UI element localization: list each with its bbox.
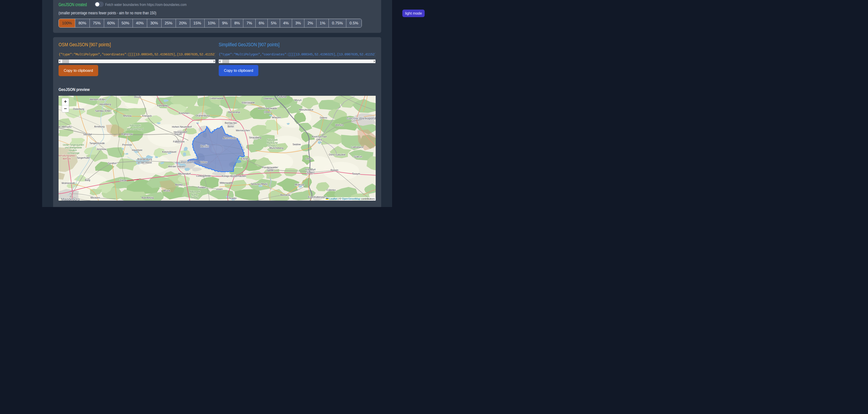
svg-text:Nuthe-: Nuthe- xyxy=(191,193,198,196)
svg-text:Erkner: Erkner xyxy=(241,157,249,160)
svg-text:Bernau bei: Bernau bei xyxy=(225,121,237,124)
svg-text:Möckern: Möckern xyxy=(90,196,100,199)
svg-text:Dębno: Dębno xyxy=(320,116,327,119)
svg-text:Cedynia: Cedynia xyxy=(277,96,287,98)
svg-text:Naturpark: Naturpark xyxy=(130,124,141,127)
svg-text:Oderberg: Oderberg xyxy=(264,97,274,100)
svg-text:ark (Altmark): ark (Altmark) xyxy=(59,125,71,128)
svg-text:Kostrzyn nad: Kostrzyn nad xyxy=(312,135,327,138)
svg-text:Teltow: Teltow xyxy=(200,161,207,164)
svg-text:Lebus: Lebus xyxy=(306,157,313,160)
svg-text:Rzepin: Rzepin xyxy=(331,169,338,172)
svg-text:Brück: Brück xyxy=(163,189,170,192)
svg-text:Seelow: Seelow xyxy=(292,143,301,146)
svg-text:Königs Wusterhausen: Königs Wusterhausen xyxy=(222,175,246,177)
svg-text:Ketzin/Havel: Ketzin/Havel xyxy=(162,150,176,153)
svg-text:Tangermünde: Tangermünde xyxy=(89,142,104,145)
svg-text:Ośno Lubuskie: Ośno Lubuskie xyxy=(329,153,345,156)
svg-text:Moryń: Moryń xyxy=(294,99,302,101)
svg-text:Storkow (Mark): Storkow (Mark) xyxy=(251,183,268,185)
svg-text:Liebenwalde: Liebenwalde xyxy=(210,97,224,100)
svg-text:Werneuchen: Werneuchen xyxy=(236,129,250,132)
svg-text:Ludwigsfelde: Ludwigsfelde xyxy=(196,174,211,177)
svg-text:Kremmen: Kremmen xyxy=(179,112,190,114)
svg-text:Uchte-Tangerquellen: Uchte-Tangerquellen xyxy=(63,144,84,146)
svg-text:Cybinka: Cybinka xyxy=(327,188,336,191)
svg-text:Lubniewice: Lubniewice xyxy=(351,146,363,148)
svg-text:Brandenburg: Brandenburg xyxy=(137,158,152,160)
svg-text:Biesenthal: Biesenthal xyxy=(228,111,240,114)
svg-text:Oranienburg: Oranienburg xyxy=(195,114,209,117)
svg-text:Bad Freienwalde: Bad Freienwalde xyxy=(258,107,277,110)
svg-text:Sandau (Elbe): Sandau (Elbe) xyxy=(95,110,111,112)
svg-text:Wolmirstedt: Wolmirstedt xyxy=(62,182,75,184)
svg-text:Odrą: Odrą xyxy=(316,138,322,141)
svg-text:Westhavelland: Westhavelland xyxy=(127,128,144,130)
svg-text:und Waldgebiete: und Waldgebiete xyxy=(65,146,82,149)
svg-text:Rhinow: Rhinow xyxy=(123,114,132,117)
svg-text:Sulęcin: Sulęcin xyxy=(354,155,362,158)
svg-text:Stendal: Stendal xyxy=(83,133,92,136)
svg-text:Mieszkowice: Mieszkowice xyxy=(299,108,313,111)
svg-text:Naturpark: Naturpark xyxy=(267,138,278,141)
svg-text:Märkische: Märkische xyxy=(267,141,278,144)
svg-text:Eberswalde: Eberswalde xyxy=(242,101,255,104)
svg-text:Nieplitz: Nieplitz xyxy=(191,196,199,199)
svg-text:Ahrensfelde: Ahrensfelde xyxy=(223,137,237,139)
svg-text:Spree: Spree xyxy=(267,169,273,172)
svg-text:Jerichow: Jerichow xyxy=(96,148,106,150)
svg-text:Wriezen: Wriezen xyxy=(272,116,281,119)
svg-text:Burg: Burg xyxy=(85,179,90,181)
svg-text:Werder (Havel): Werder (Havel) xyxy=(168,165,185,168)
svg-text:(Oder): (Oder) xyxy=(307,171,314,174)
svg-text:Nauen: Nauen xyxy=(175,133,182,136)
svg-text:Tangerhütte: Tangerhütte xyxy=(76,156,90,159)
svg-text:Ziesar: Ziesar xyxy=(120,179,127,182)
svg-text:Osterburg: Osterburg xyxy=(73,108,84,110)
svg-text:Dosse: Dosse xyxy=(134,96,141,98)
svg-text:Havelberg: Havelberg xyxy=(99,103,111,106)
svg-text:Friesack: Friesack xyxy=(142,114,152,117)
svg-text:Torzym: Torzym xyxy=(352,172,360,175)
svg-text:Beeskow: Beeskow xyxy=(280,194,291,196)
svg-text:(Oder): (Oder) xyxy=(264,111,271,113)
svg-text:Michendorf: Michendorf xyxy=(178,172,191,175)
svg-text:Falkensee: Falkensee xyxy=(173,140,185,143)
svg-text:Trebbin: Trebbin xyxy=(198,186,206,189)
svg-text:Mittenwalde: Mittenwalde xyxy=(220,181,233,184)
svg-text:Hohen Neuendorf: Hohen Neuendorf xyxy=(172,125,192,128)
svg-text:Müllrose: Müllrose xyxy=(295,183,304,186)
svg-text:ussen: ussen xyxy=(216,188,223,190)
svg-text:Potsdam: Potsdam xyxy=(181,160,194,164)
svg-text:an der Havel: an der Havel xyxy=(137,161,152,164)
svg-text:Arneburg: Arneburg xyxy=(94,125,104,128)
svg-text:Rathenow: Rathenow xyxy=(121,133,133,136)
svg-text:Magdeburg: Magdeburg xyxy=(61,198,80,201)
svg-text:Naturpark: Naturpark xyxy=(190,190,200,193)
svg-text:Genthin: Genthin xyxy=(108,162,117,165)
svg-text:Berlin: Berlin xyxy=(200,144,209,148)
svg-text:Altmark: Altmark xyxy=(62,157,71,160)
svg-text:Beelitz: Beelitz xyxy=(175,183,183,186)
svg-text:Werben (Elbe): Werben (Elbe) xyxy=(90,98,106,101)
svg-text:Berlin: Berlin xyxy=(227,125,234,128)
svg-text:Schweiz: Schweiz xyxy=(268,144,277,147)
svg-text:Fehrbellin: Fehrbellin xyxy=(157,104,168,107)
svg-text:Premnitz: Premnitz xyxy=(122,143,132,146)
svg-text:Bad Belzig: Bad Belzig xyxy=(142,196,154,199)
svg-text:Frankfurt: Frankfurt xyxy=(306,168,315,171)
svg-text:Eisenhüttenstadt: Eisenhüttenstadt xyxy=(308,196,327,198)
svg-text:Gorzów Wielkopolski: Gorzów Wielkopolski xyxy=(347,117,376,120)
svg-text:nördlich: nördlich xyxy=(69,149,76,152)
svg-text:Strausberg: Strausberg xyxy=(249,136,261,139)
svg-text:Havelsee: Havelsee xyxy=(132,149,143,151)
svg-text:Teupitz: Teupitz xyxy=(229,197,237,200)
svg-text:Witnica: Witnica xyxy=(335,124,344,126)
svg-text:Fürstenwalde/: Fürstenwalde/ xyxy=(262,166,278,169)
svg-text:penübungsplatz: penübungsplatz xyxy=(59,154,75,157)
